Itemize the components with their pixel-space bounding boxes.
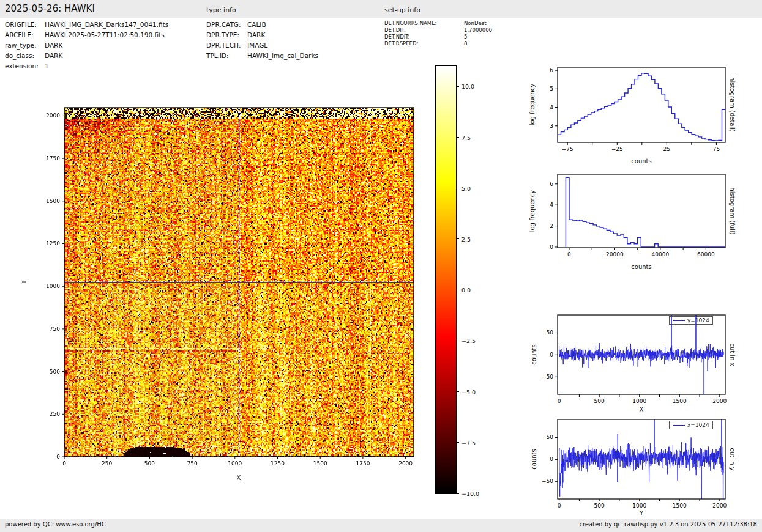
cut-in-y-plot: 0500100015002000−50050: [521, 410, 738, 527]
colorbar-tick-label: −7.5: [461, 439, 476, 446]
svg-text:1500: 1500: [313, 460, 327, 467]
info-label: DET.NCORRS.NAME:: [384, 20, 436, 26]
info-label: raw_type:: [5, 42, 37, 49]
page-title: 2025-05-26: HAWKI: [5, 3, 95, 14]
svg-text:250: 250: [50, 411, 60, 417]
info-value: CALIB: [247, 21, 266, 28]
svg-text:750: 750: [187, 460, 198, 467]
svg-text:0: 0: [550, 352, 553, 358]
info-label: DPR.TYPE:: [206, 31, 239, 39]
svg-text:6: 6: [550, 67, 553, 73]
svg-text:0: 0: [62, 460, 66, 467]
svg-text:1250: 1250: [271, 460, 285, 467]
info-value: HAWKI.2025-05-27T11:02:50.190.fits: [45, 31, 165, 39]
info-value: 5: [464, 34, 467, 40]
info-label: DET.NDIT:: [384, 34, 409, 40]
svg-text:−50: −50: [542, 374, 553, 380]
svg-text:2000: 2000: [398, 460, 413, 467]
svg-text:75: 75: [713, 146, 720, 152]
svg-text:4: 4: [550, 202, 553, 208]
svg-text:1000: 1000: [632, 398, 646, 404]
svg-text:0: 0: [550, 244, 553, 250]
svg-text:500: 500: [50, 369, 60, 375]
colorbar-border: [435, 65, 457, 494]
info-label: TPL.ID:: [206, 52, 229, 59]
svg-text:750: 750: [50, 326, 60, 332]
svg-text:1500: 1500: [673, 503, 687, 509]
svg-text:5: 5: [550, 86, 553, 92]
colorbar-tick-label: −5.0: [461, 388, 476, 395]
info-label: ORIGFILE:: [5, 21, 37, 28]
main-image-axes: 0250500750100012501500175020000250500750…: [28, 98, 426, 485]
svg-text:1750: 1750: [46, 155, 60, 161]
info-value: HAWKI_img_cal_Darks: [247, 52, 318, 59]
svg-text:0: 0: [567, 251, 571, 257]
svg-text:−50: −50: [542, 478, 553, 484]
svg-text:500: 500: [144, 460, 155, 467]
svg-text:4: 4: [550, 105, 553, 111]
info-value: IMAGE: [247, 42, 268, 49]
svg-text:2: 2: [550, 223, 553, 229]
svg-text:1750: 1750: [356, 460, 370, 467]
colorbar-tick-label: −10.0: [461, 490, 479, 497]
footer-left-text: powered by QC: www.eso.org/HC: [5, 521, 106, 528]
svg-text:500: 500: [594, 398, 605, 404]
svg-text:1500: 1500: [673, 398, 687, 404]
info-value: 8: [464, 40, 467, 46]
info-label: extension:: [5, 62, 39, 70]
colorbar-tick-label: 2.5: [461, 235, 471, 242]
svg-text:500: 500: [594, 503, 605, 509]
svg-text:60000: 60000: [697, 251, 715, 257]
svg-text:0: 0: [558, 398, 561, 404]
svg-text:1250: 1250: [46, 240, 60, 246]
svg-text:−25: −25: [611, 146, 623, 152]
svg-text:1000: 1000: [46, 283, 60, 289]
setup-info-heading: set-up info: [384, 6, 420, 14]
colorbar-tick-label: 10.0: [461, 83, 474, 90]
svg-text:2000: 2000: [712, 503, 727, 509]
info-label: DET.DIT:: [384, 27, 406, 33]
info-value: HAWKI_IMG_DARK_Darks147_0041.fits: [45, 21, 168, 28]
colorbar-tick-label: −2.5: [461, 338, 476, 344]
svg-text:0: 0: [550, 456, 553, 462]
info-value: DARK: [247, 31, 265, 39]
info-label: DET.RSPEED:: [384, 40, 418, 46]
svg-text:1000: 1000: [632, 503, 646, 509]
info-value: 1: [45, 62, 49, 70]
colorbar-tick-label: 5.0: [461, 185, 471, 191]
svg-text:0: 0: [56, 454, 60, 460]
svg-text:2000: 2000: [712, 398, 727, 404]
cut-in-x-plot: 0500100015002000−50050: [521, 305, 738, 423]
svg-text:3: 3: [550, 123, 553, 129]
colorbar-tick-mark: [456, 391, 459, 392]
colorbar-tick-mark: [456, 442, 459, 443]
histogram-detail-plot: −75−2525753456: [521, 57, 738, 171]
info-value: 1.7000000: [464, 27, 492, 33]
colorbar-tick-mark: [456, 341, 459, 341]
colorbar-tick-mark: [456, 493, 459, 494]
svg-text:6: 6: [550, 181, 553, 187]
colorbar-tick-mark: [456, 137, 459, 138]
info-label: DPR.CATG:: [206, 21, 241, 28]
svg-text:40000: 40000: [652, 251, 670, 257]
svg-text:1500: 1500: [46, 198, 60, 204]
colorbar-tick-mark: [456, 238, 459, 239]
info-value: NonDest: [464, 20, 486, 26]
qc-report-page: 2025-05-26: HAWKI type info set-up info …: [0, 0, 762, 532]
svg-text:0: 0: [558, 503, 561, 509]
main-ylabel: Y: [20, 280, 27, 284]
info-label: DPR.TECH:: [206, 42, 241, 49]
info-value: DARK: [45, 42, 62, 49]
svg-text:−75: −75: [562, 146, 573, 152]
svg-text:1000: 1000: [228, 460, 242, 467]
histogram-full-plot: 02000040000600000246: [521, 164, 738, 276]
svg-text:250: 250: [102, 460, 112, 467]
info-label: do_class:: [5, 52, 34, 59]
svg-text:20000: 20000: [606, 251, 624, 257]
type-info-heading: type info: [206, 6, 236, 14]
header-strip: [0, 0, 762, 18]
svg-text:2000: 2000: [46, 113, 60, 119]
colorbar-tick-label: 7.5: [461, 134, 471, 141]
info-label: ARCFILE:: [5, 31, 33, 39]
colorbar-tick-mark: [456, 86, 459, 87]
